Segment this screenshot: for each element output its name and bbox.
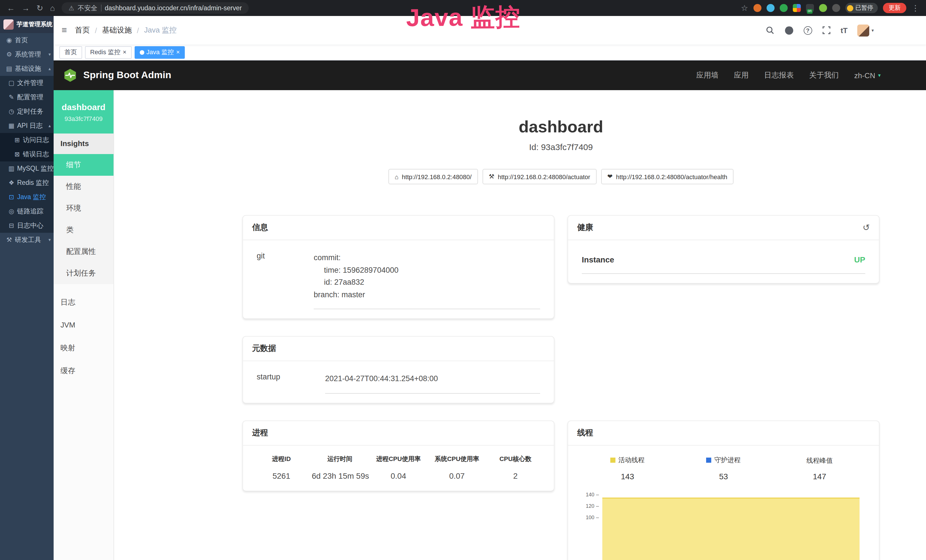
health-card: 健康 ↺ Instance UP	[567, 215, 879, 283]
menu-item-environment[interactable]: 环境	[54, 197, 113, 219]
tab-home[interactable]: 首页	[59, 46, 82, 59]
github-icon[interactable]	[784, 26, 794, 35]
sidebar-item-label: API 日志	[17, 121, 42, 130]
app-title: 芋道管理系统	[17, 21, 53, 29]
sidebar-item-scheduled-jobs[interactable]: ◷ 定时任务	[0, 104, 54, 119]
breadcrumb-infrastructure[interactable]: 基础设施	[102, 25, 132, 35]
link-label: http://192.168.0.2:48080/actuator/health	[616, 173, 727, 180]
sidebar-item-infrastructure[interactable]: ▤ 基础设施 ▴	[0, 62, 54, 76]
sidebar-item-tracing[interactable]: ◎ 链路追踪	[0, 204, 54, 218]
extension-icon-4[interactable]	[793, 4, 800, 12]
nav-journal[interactable]: 日志报表	[764, 70, 794, 80]
extension-icon-1[interactable]	[753, 4, 761, 12]
legend-daemon-threads: 守护进程 53	[676, 455, 772, 481]
extension-icon-5[interactable]: on	[806, 4, 814, 12]
breadcrumb-home[interactable]: 首页	[75, 25, 90, 35]
sidebar-item-label: 定时任务	[17, 107, 43, 116]
extension-icon-7[interactable]	[832, 4, 840, 12]
menu-group-insights[interactable]: Insights	[54, 133, 113, 154]
browser-home-icon[interactable]: ⌂	[50, 4, 55, 12]
active-threads-swatch	[610, 458, 616, 463]
font-size-icon[interactable]: tT	[840, 26, 847, 35]
extension-icon-2[interactable]	[766, 4, 774, 12]
menu-item-config-properties[interactable]: 配置属性	[54, 241, 113, 262]
close-icon[interactable]: ×	[123, 49, 126, 55]
redis-icon: ❖	[8, 179, 15, 186]
address-bar[interactable]: ⚠ 不安全 dashboard.yudao.iocoder.cn/infra/a…	[62, 2, 249, 14]
col-header: CPU核心数	[486, 451, 545, 467]
nav-about[interactable]: 关于我们	[809, 70, 839, 80]
bookmark-star-icon[interactable]: ☆	[741, 4, 748, 12]
user-menu[interactable]: ▾	[857, 24, 874, 36]
link-label: http://192.168.0.2:48080/	[402, 173, 472, 180]
cards-grid: 信息 git commit: time: 1596289704000 id: 2…	[242, 215, 879, 560]
menu-fold-icon[interactable]: ≡	[62, 25, 67, 35]
chevron-up-icon: ▴	[48, 123, 51, 129]
sidebar-item-mysql-monitor[interactable]: ▥ MySQL 监控	[0, 162, 54, 176]
tab-redis-monitor[interactable]: Redis 监控 ×	[85, 46, 132, 59]
menu-item-details[interactable]: 细节	[54, 154, 113, 176]
instance-header[interactable]: dashboard 93a3fc7f7409	[54, 90, 113, 133]
extension-icon-6[interactable]	[819, 4, 827, 12]
tab-java-monitor[interactable]: Java 监控 ×	[134, 46, 185, 59]
health-instance-label: Instance	[582, 255, 614, 264]
menu-item-jvm[interactable]: JVM	[54, 314, 113, 337]
sidebar-item-error-logs[interactable]: ⊠ 错误日志	[0, 147, 54, 162]
sba-brand[interactable]: Spring Boot Admin	[63, 68, 171, 83]
app-logo-image	[3, 20, 14, 30]
menu-item-scheduled-tasks[interactable]: 计划任务	[54, 262, 113, 284]
actuator-url-link[interactable]: ⚒ http://192.168.0.2:48080/actuator	[483, 169, 597, 184]
forward-icon[interactable]: →	[22, 4, 30, 12]
wrench-icon: ⚒	[489, 173, 495, 180]
menu-item-performance[interactable]: 性能	[54, 176, 113, 197]
menu-item-caches[interactable]: 缓存	[54, 359, 113, 382]
reload-icon[interactable]: ↻	[36, 4, 43, 12]
app-logo[interactable]: 芋道管理系统	[0, 16, 54, 33]
warning-icon: ⚠	[68, 4, 74, 12]
extension-icon-3[interactable]	[779, 4, 787, 12]
col-value: 0.04	[369, 467, 428, 483]
search-icon[interactable]	[765, 26, 774, 35]
history-icon[interactable]: ↺	[863, 222, 870, 233]
update-button[interactable]: 更新	[883, 3, 906, 13]
sidebar-item-dev-tools[interactable]: ⚒ 研发工具 ▾	[0, 233, 54, 247]
link-label: http://192.168.0.2:48080/actuator	[498, 173, 590, 180]
sidebar-item-label: 基础设施	[15, 65, 41, 73]
browser-menu-icon[interactable]: ⋮	[911, 4, 920, 12]
y-tick: 100	[580, 515, 594, 520]
legend-peak-threads: 线程峰值 147	[772, 455, 867, 481]
nav-wallboard[interactable]: 应用墙	[696, 70, 719, 80]
heart-icon: ❤	[607, 173, 613, 180]
instance-id: 93a3fc7f7409	[65, 115, 102, 122]
caret-down-icon: ▾	[872, 28, 874, 33]
menu-item-mappings[interactable]: 映射	[54, 337, 113, 359]
sidebar-item-java-monitor[interactable]: ⊡ Java 监控	[0, 190, 54, 204]
sidebar-item-config-management[interactable]: ✎ 配置管理	[0, 90, 54, 104]
sidebar-item-file-management[interactable]: ▢ 文件管理	[0, 76, 54, 90]
sidebar-item-log-center[interactable]: ⊟ 日志中心	[0, 218, 54, 233]
sidebar-item-home[interactable]: ◉ 首页	[0, 33, 54, 47]
sidebar-item-redis-monitor[interactable]: ❖ Redis 监控	[0, 176, 54, 190]
metadata-value: 2021-04-27T00:44:31.254+08:00	[325, 373, 540, 394]
sba-brand-title: Spring Boot Admin	[83, 70, 171, 81]
menu-item-logs[interactable]: 日志	[54, 291, 113, 314]
sidebar-item-api-logs[interactable]: ▦ API 日志 ▴	[0, 119, 54, 133]
paused-label: 已暂停	[855, 4, 873, 12]
tools-icon: ⚒	[6, 236, 12, 244]
locale-selector[interactable]: zh-CN ▾	[854, 71, 881, 80]
menu-item-classes[interactable]: 类	[54, 219, 113, 241]
close-icon[interactable]: ×	[176, 49, 180, 55]
health-url-link[interactable]: ❤ http://192.168.0.2:48080/actuator/heal…	[601, 169, 734, 184]
sidebar-item-label: 文件管理	[17, 79, 43, 87]
sidebar-item-system-management[interactable]: ⚙ 系统管理 ▾	[0, 47, 54, 62]
help-icon[interactable]: ?	[803, 26, 812, 35]
sba-nav-links: 应用墙 应用 日志报表 关于我们 zh-CN ▾	[696, 70, 881, 80]
chevron-down-icon: ▾	[48, 52, 51, 57]
back-icon[interactable]: ←	[7, 4, 15, 12]
sidebar-item-access-logs[interactable]: ⊞ 访问日志	[0, 133, 54, 147]
paused-extension-chip[interactable]: 已暂停	[845, 3, 878, 13]
nav-applications[interactable]: 应用	[734, 70, 749, 80]
service-url-link[interactable]: ⌂ http://192.168.0.2:48080/	[389, 169, 478, 184]
caret-down-icon: ▾	[878, 73, 881, 78]
fullscreen-icon[interactable]	[822, 26, 831, 35]
